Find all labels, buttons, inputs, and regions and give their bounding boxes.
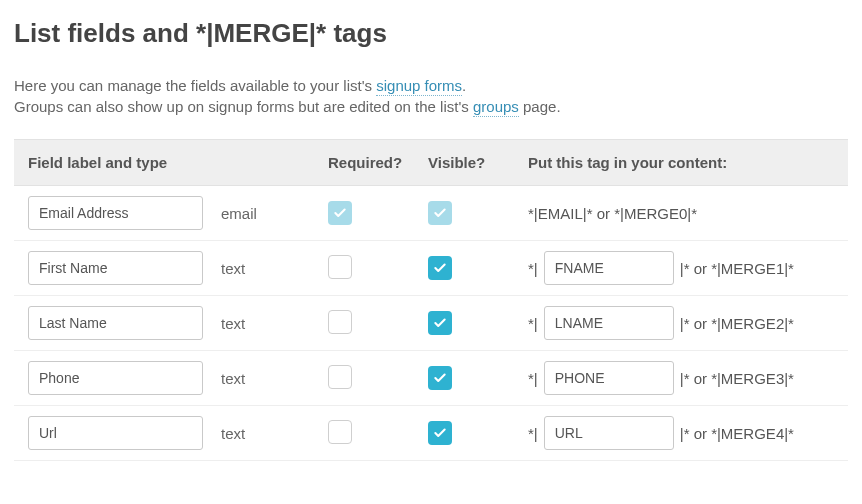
field-type-label: text (221, 315, 245, 332)
intro-text: page. (519, 98, 561, 115)
intro-text: . (462, 77, 466, 94)
tag-suffix: |* or *|MERGE1|* (680, 260, 794, 277)
intro-text: Groups can also show up on signup forms … (14, 98, 473, 115)
table-row: email*|EMAIL|* or *|MERGE0|* (14, 186, 848, 241)
field-type-label: text (221, 425, 245, 442)
groups-link[interactable]: groups (473, 98, 519, 117)
visible-checkbox (428, 201, 452, 225)
merge-tag-display: *|EMAIL|* or *|MERGE0|* (528, 205, 697, 222)
tag-prefix: *| (528, 370, 538, 387)
merge-tag-input[interactable] (544, 416, 674, 450)
field-label-input[interactable] (28, 416, 203, 450)
table-row: text*||* or *|MERGE1|* (14, 241, 848, 296)
required-checkbox[interactable] (328, 255, 352, 279)
required-checkbox (328, 201, 352, 225)
required-checkbox[interactable] (328, 420, 352, 444)
field-label-input[interactable] (28, 196, 203, 230)
table-header-row: Field label and type Required? Visible? … (14, 139, 848, 186)
header-required: Required? (328, 154, 428, 171)
field-type-label: email (221, 205, 257, 222)
visible-checkbox[interactable] (428, 311, 452, 335)
table-row: text*||* or *|MERGE2|* (14, 296, 848, 351)
fields-table: Field label and type Required? Visible? … (14, 139, 848, 461)
merge-tag-input[interactable] (544, 306, 674, 340)
visible-checkbox[interactable] (428, 256, 452, 280)
merge-tag-input[interactable] (544, 251, 674, 285)
intro-line-2: Groups can also show up on signup forms … (14, 98, 848, 115)
required-checkbox[interactable] (328, 310, 352, 334)
tag-prefix: *| (528, 425, 538, 442)
tag-suffix: |* or *|MERGE2|* (680, 315, 794, 332)
field-label-input[interactable] (28, 306, 203, 340)
tag-prefix: *| (528, 260, 538, 277)
visible-checkbox[interactable] (428, 366, 452, 390)
signup-forms-link[interactable]: signup forms (376, 77, 462, 96)
tag-prefix: *| (528, 315, 538, 332)
field-label-input[interactable] (28, 251, 203, 285)
field-label-input[interactable] (28, 361, 203, 395)
tag-suffix: |* or *|MERGE4|* (680, 425, 794, 442)
header-field-label: Field label and type (28, 154, 328, 171)
merge-tag-input[interactable] (544, 361, 674, 395)
field-type-label: text (221, 260, 245, 277)
page-title: List fields and *|MERGE|* tags (14, 18, 848, 49)
tag-suffix: |* or *|MERGE3|* (680, 370, 794, 387)
header-visible: Visible? (428, 154, 528, 171)
required-checkbox[interactable] (328, 365, 352, 389)
table-row: text*||* or *|MERGE4|* (14, 406, 848, 461)
table-row: text*||* or *|MERGE3|* (14, 351, 848, 406)
intro-line-1: Here you can manage the fields available… (14, 77, 848, 94)
visible-checkbox[interactable] (428, 421, 452, 445)
intro-text: Here you can manage the fields available… (14, 77, 376, 94)
header-tag: Put this tag in your content: (528, 154, 834, 171)
field-type-label: text (221, 370, 245, 387)
